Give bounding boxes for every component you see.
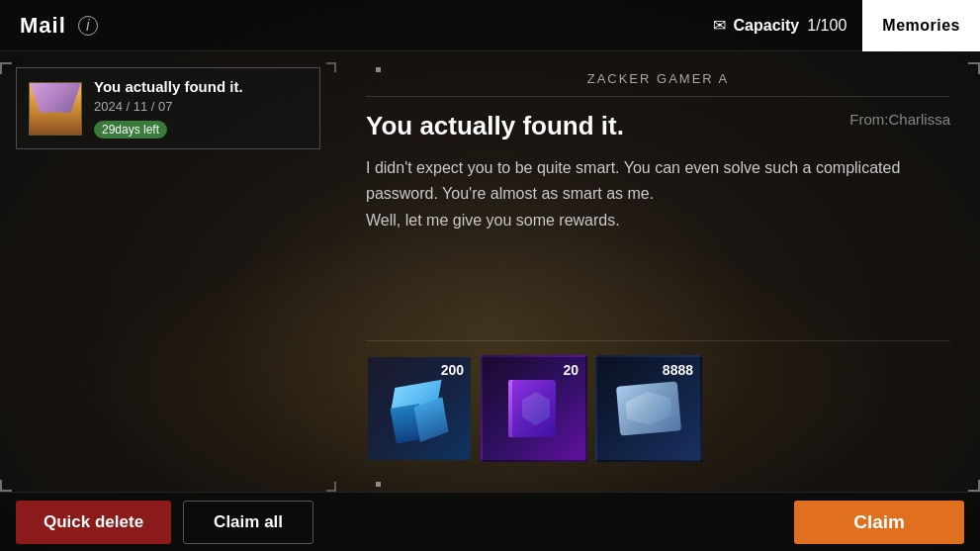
message-body: I didn't expect you to be quite smart. Y… [366,155,950,330]
mail-envelope-icon: ✉ [713,16,726,35]
left-panel-corner-bl [326,482,336,492]
sender-label: ZACKER GAMER A [366,71,950,86]
days-left-badge: 29days left [94,121,167,138]
corner-decoration-tl [0,62,12,74]
book-icon [508,378,560,439]
dot-bl [376,482,381,487]
message-header: You actually found it. From:Charlissa [366,111,950,141]
left-panel: You actually found it. 2024 / 11 / 07 29… [0,51,336,492]
top-bar: Mail i ✉ Capacity 1/100 Memories [0,0,980,51]
dot-tl [376,67,381,72]
claim-all-button[interactable]: Claim all [183,501,313,544]
rewards-row: 200 20 [366,355,950,462]
reward-item-3: 8888 [595,355,702,462]
corner-decoration-bl [0,480,12,492]
mail-title: Mail [20,13,66,39]
mail-item-date: 2024 / 11 / 07 [94,99,308,114]
memories-button[interactable]: Memories [862,0,980,51]
corner-decoration-br [968,480,980,492]
mail-list-item[interactable]: You actually found it. 2024 / 11 / 07 29… [16,67,320,149]
character-avatar [30,83,81,135]
rewards-section: 200 20 [366,340,950,472]
left-panel-corner-tl [326,62,336,72]
top-bar-left: Mail i [0,13,98,39]
divider [366,96,950,97]
reward-count-2: 20 [563,362,579,378]
mail-item-title: You actually found it. [94,78,308,95]
bottom-bar: Quick delete Claim all Claim [0,492,980,551]
info-icon[interactable]: i [78,16,98,36]
message-title: You actually found it. [366,111,624,141]
reward-item-2: 20 [481,355,587,462]
book-mark [522,392,550,425]
quick-delete-button[interactable]: Quick delete [16,501,171,544]
card-icon [616,381,681,435]
from-label: From:Charlissa [849,111,950,128]
capacity-label: Capacity [734,17,800,35]
avatar [29,82,82,136]
content-area: ZACKER GAMER A You actually found it. Fr… [336,51,980,492]
reward-count-1: 200 [441,362,464,378]
corner-decoration-tr [968,62,980,74]
top-bar-right: ✉ Capacity 1/100 Memories [697,0,980,51]
capacity-value: 1/100 [807,17,846,35]
mail-item-info: You actually found it. 2024 / 11 / 07 29… [94,78,308,138]
capacity-section: ✉ Capacity 1/100 [697,16,863,35]
reward-count-3: 8888 [663,362,693,378]
reward-item-1: 200 [366,355,473,462]
book-body [512,380,556,437]
claim-button[interactable]: Claim [794,501,964,544]
cube-icon [387,379,453,445]
